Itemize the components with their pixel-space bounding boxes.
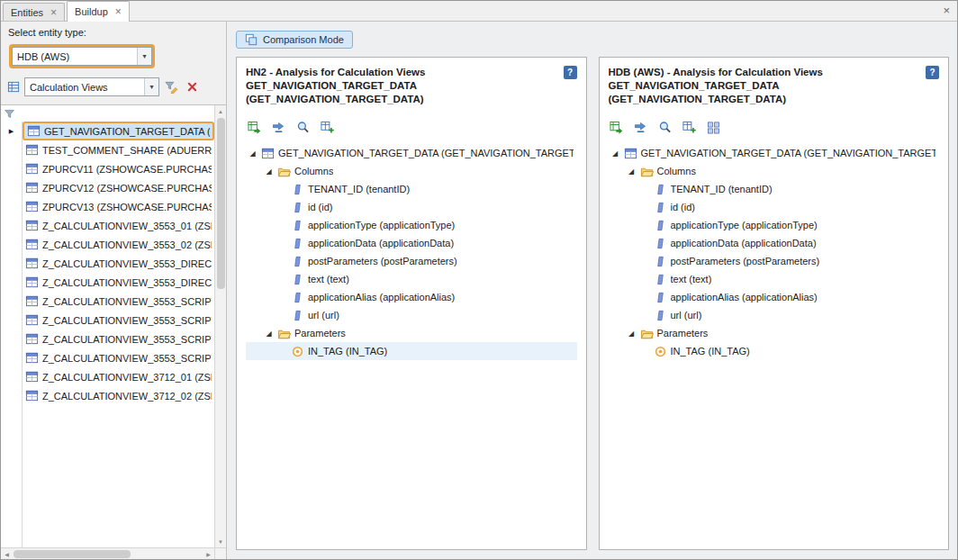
entity-rows: ▶ GET_NAVIGATION_TARGET_DATA (s TEST_COM… bbox=[1, 105, 214, 547]
tree-item-column[interactable]: text (text) bbox=[609, 270, 940, 288]
entity-list-item-selected[interactable]: ▶ GET_NAVIGATION_TARGET_DATA (s bbox=[1, 122, 214, 140]
tree-root-row[interactable]: ◢ GET_NAVIGATION_TARGET_DATA (GET_NAVIGA… bbox=[246, 144, 577, 162]
comparison-icon bbox=[245, 33, 258, 46]
scrollbar-thumb[interactable] bbox=[14, 550, 131, 558]
expander-icon[interactable]: ◢ bbox=[627, 330, 637, 338]
scroll-up-icon[interactable]: ▲ bbox=[215, 105, 227, 117]
entity-list-item[interactable]: ZPURCV11 (ZSHOWCASE.PURCHASIN bbox=[1, 159, 214, 178]
tree-item-column[interactable]: TENANT_ID (tenantID) bbox=[246, 180, 577, 198]
tree-item-parameter[interactable]: IN_TAG (IN_TAG) bbox=[246, 342, 577, 360]
tree-folder-parameters[interactable]: ◢ Parameters bbox=[609, 324, 940, 342]
scroll-right-icon[interactable]: ▶ bbox=[203, 548, 214, 560]
filter-edit-icon bbox=[165, 80, 178, 94]
tree-item-column[interactable]: applicationType (applicationType) bbox=[246, 216, 577, 234]
filter-funnel-icon bbox=[4, 108, 15, 120]
tree-root-label: GET_NAVIGATION_TARGET_DATA (GET_NAVIGATI… bbox=[278, 148, 574, 158]
entity-list-item[interactable]: ZPURCV12 (ZSHOWCASE.PURCHASIN bbox=[1, 178, 214, 197]
tree-item-column[interactable]: applicationData (applicationData) bbox=[609, 234, 940, 252]
zoom-button[interactable] bbox=[657, 119, 673, 135]
expander-icon[interactable]: ◢ bbox=[627, 167, 637, 176]
column-icon bbox=[291, 291, 304, 304]
chevron-down-icon[interactable]: ▾ bbox=[144, 78, 158, 95]
close-icon[interactable]: × bbox=[943, 4, 950, 17]
add-table-button[interactable] bbox=[319, 119, 335, 135]
vertical-scrollbar[interactable]: ▲ ▼ bbox=[214, 105, 226, 547]
scroll-down-icon[interactable]: ▼ bbox=[215, 536, 227, 547]
entity-list-item[interactable]: Z_CALCULATIONVIEW_3553_SCRIPT bbox=[1, 330, 214, 348]
expander-icon[interactable]: ◢ bbox=[264, 167, 274, 176]
calculation-view-icon bbox=[25, 332, 39, 346]
tree-item-column[interactable]: TENANT_ID (tenantID) bbox=[609, 180, 940, 198]
filter-row[interactable] bbox=[1, 105, 214, 122]
tree-folder-columns[interactable]: ◢ Columns bbox=[246, 162, 577, 180]
column-icon bbox=[654, 183, 667, 196]
add-table-icon bbox=[321, 121, 334, 134]
close-icon[interactable]: × bbox=[115, 6, 122, 17]
entity-type-dropdown[interactable]: HDB (AWS) ▾ bbox=[12, 47, 152, 66]
magnifier-icon bbox=[296, 121, 310, 134]
calculation-view-icon bbox=[25, 294, 39, 308]
folder-icon bbox=[277, 327, 291, 340]
tree-item-column[interactable]: url (url) bbox=[609, 306, 940, 324]
tree-root-row[interactable]: ◢ GET_NAVIGATION_TARGET_DATA (GET_NAVIGA… bbox=[609, 144, 940, 162]
scrollbar-thumb[interactable] bbox=[217, 118, 225, 289]
tree-item-parameter[interactable]: IN_TAG (IN_TAG) bbox=[609, 342, 940, 360]
help-icon[interactable]: ? bbox=[926, 66, 939, 79]
zoom-button[interactable] bbox=[294, 119, 311, 135]
expander-icon[interactable]: ◢ bbox=[264, 330, 274, 338]
clear-filter-button[interactable] bbox=[184, 78, 201, 95]
entity-list-item[interactable]: Z_CALCULATIONVIEW_3712_02 (ZSF bbox=[1, 386, 214, 405]
export-button[interactable] bbox=[246, 119, 262, 135]
entity-list-item[interactable]: Z_CALCULATIONVIEW_3553_DIRECT bbox=[1, 273, 214, 292]
tree-folder-parameters[interactable]: ◢ Parameters bbox=[246, 324, 577, 342]
entity-list-item[interactable]: Z_CALCULATIONVIEW_3553_02 (ZSF bbox=[1, 235, 214, 254]
tree-item-column[interactable]: postParameters (postParameters) bbox=[246, 252, 577, 270]
column-icon bbox=[291, 273, 304, 286]
tree-item-column[interactable]: postParameters (postParameters) bbox=[609, 252, 940, 270]
close-icon[interactable]: × bbox=[50, 7, 57, 18]
entity-list-item[interactable]: Z_CALCULATIONVIEW_3553_SCRIPT bbox=[1, 348, 214, 367]
table-icon bbox=[261, 147, 275, 160]
help-icon[interactable]: ? bbox=[564, 66, 577, 79]
tree-item-column[interactable]: id (id) bbox=[609, 198, 940, 216]
column-icon bbox=[654, 201, 667, 214]
panel-toolbar bbox=[246, 119, 577, 135]
tab-bar: Entities × Buildup × × bbox=[1, 1, 957, 22]
expander-icon[interactable]: ◢ bbox=[248, 149, 258, 158]
folder-icon bbox=[277, 165, 291, 178]
tree-folder-columns[interactable]: ◢ Columns bbox=[609, 162, 940, 180]
tree-item-column[interactable]: applicationAlias (applicationAlias) bbox=[609, 288, 940, 306]
column-icon bbox=[654, 291, 667, 304]
entity-list-item[interactable]: Z_CALCULATIONVIEW_3553_01 (ZSF bbox=[1, 216, 214, 235]
view-type-dropdown[interactable]: Calculation Views ▾ bbox=[24, 77, 159, 96]
tree-item-column[interactable]: applicationData (applicationData) bbox=[246, 234, 577, 252]
expander-icon[interactable]: ◢ bbox=[610, 149, 620, 158]
entity-list-item[interactable]: ZPURCV13 (ZSHOWCASE.PURCHASIN bbox=[1, 197, 214, 216]
entity-list-item[interactable]: TEST_COMMENT_SHARE (ADUERRST bbox=[1, 140, 214, 159]
add-table-button[interactable] bbox=[682, 119, 698, 135]
tab-buildup-label: Buildup bbox=[75, 6, 108, 17]
tree-item-column[interactable]: id (id) bbox=[246, 198, 577, 216]
entity-list-item[interactable]: Z_CALCULATIONVIEW_3553_SCRIPT bbox=[1, 292, 214, 311]
app-window: Entities × Buildup × × Select entity typ… bbox=[0, 0, 958, 560]
tree-item-column[interactable]: text (text) bbox=[246, 270, 577, 288]
scroll-left-icon[interactable]: ◀ bbox=[1, 548, 13, 560]
comparison-mode-button[interactable]: Comparison Mode bbox=[236, 31, 353, 49]
filter-edit-button[interactable] bbox=[163, 78, 180, 95]
export-button[interactable] bbox=[609, 119, 625, 135]
chevron-down-icon[interactable]: ▾ bbox=[137, 48, 151, 65]
tile-view-button[interactable] bbox=[706, 119, 722, 135]
transfer-button[interactable] bbox=[270, 119, 286, 135]
horizontal-scrollbar[interactable]: ◀ ▶ bbox=[1, 547, 214, 559]
tree-item-column[interactable]: applicationAlias (applicationAlias) bbox=[246, 288, 577, 306]
tree-item-column[interactable]: applicationType (applicationType) bbox=[609, 216, 940, 234]
column-icon bbox=[654, 309, 667, 322]
entity-list-item[interactable]: Z_CALCULATIONVIEW_3712_01 (ZSF bbox=[1, 367, 214, 386]
transfer-button[interactable] bbox=[633, 119, 649, 135]
tab-entities[interactable]: Entities × bbox=[3, 3, 65, 21]
tab-buildup[interactable]: Buildup × bbox=[67, 1, 130, 22]
folder-icon bbox=[640, 327, 654, 340]
tree-item-column[interactable]: url (url) bbox=[246, 306, 577, 324]
entity-list-item[interactable]: Z_CALCULATIONVIEW_3553_SCRIPT bbox=[1, 311, 214, 330]
entity-list-item[interactable]: Z_CALCULATIONVIEW_3553_DIRECT bbox=[1, 254, 214, 273]
